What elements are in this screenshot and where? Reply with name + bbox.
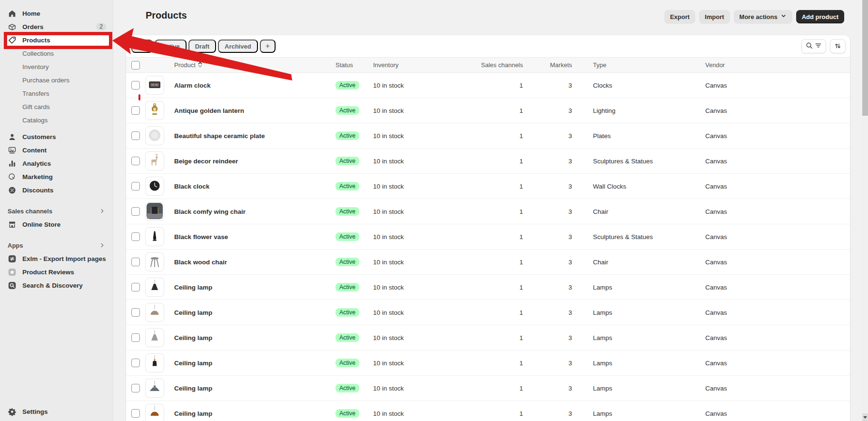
- column-status: Status: [335, 61, 373, 69]
- table-row[interactable]: Ceiling lampActive10 in stock13LampsCanv…: [126, 325, 850, 351]
- tab-active[interactable]: Active: [155, 40, 187, 53]
- sidebar-item-discounts[interactable]: Discounts: [0, 183, 113, 197]
- sort-button[interactable]: [830, 39, 846, 53]
- product-thumbnail[interactable]: [145, 227, 164, 246]
- sidebar-item-exlm-export-import-pages[interactable]: Exlm - Export Import pages: [0, 252, 113, 265]
- product-thumbnail[interactable]: [145, 252, 164, 271]
- row-checkbox[interactable]: [131, 333, 140, 342]
- sidebar-item-orders[interactable]: Orders2: [0, 20, 113, 33]
- sidebar-item-marketing[interactable]: Marketing: [0, 170, 113, 183]
- table-row[interactable]: Ceiling lampActive10 in stock13LampsCanv…: [126, 351, 850, 376]
- product-name-link[interactable]: Alarm clock: [174, 82, 335, 89]
- product-thumbnail[interactable]: [145, 278, 164, 297]
- product-thumbnail[interactable]: [145, 151, 164, 170]
- table-row[interactable]: Alarm clockActive10 in stock13ClocksCanv…: [126, 73, 850, 98]
- product-name-link[interactable]: Black clock: [174, 183, 335, 190]
- product-name-link[interactable]: Ceiling lamp: [174, 410, 335, 417]
- product-name-link[interactable]: Ceiling lamp: [174, 360, 335, 367]
- product-name-link[interactable]: Beautiful shape ceramic plate: [174, 132, 335, 140]
- column-product[interactable]: Product: [174, 61, 335, 70]
- product-thumbnail[interactable]: [145, 126, 164, 145]
- product-name-link[interactable]: Ceiling lamp: [174, 334, 335, 341]
- sidebar-subitem-inventory[interactable]: Inventory: [0, 60, 113, 73]
- sidebar-item-online-store[interactable]: Online Store: [0, 218, 113, 231]
- sidebar-subitem-purchase-orders[interactable]: Purchase orders: [0, 73, 113, 87]
- product-name-link[interactable]: Black flower vase: [174, 233, 335, 241]
- table-row[interactable]: Black flower vaseActive10 in stock13Scul…: [126, 224, 850, 250]
- select-all-checkbox[interactable]: [131, 61, 140, 70]
- add-view-button[interactable]: +: [260, 40, 276, 53]
- row-checkbox[interactable]: [131, 409, 140, 418]
- product-name-link[interactable]: Beige decor reindeer: [174, 158, 335, 165]
- status-cell: Active: [335, 131, 373, 140]
- product-thumbnail[interactable]: [145, 404, 164, 421]
- add-product-button[interactable]: Add product: [796, 10, 844, 23]
- product-name-link[interactable]: Black comfy wing chair: [174, 208, 335, 215]
- row-checkbox[interactable]: [131, 106, 140, 115]
- scrollbar-down-button[interactable]: [862, 413, 868, 421]
- scrollbar-thumb[interactable]: [862, 0, 868, 116]
- sidebar-item-products[interactable]: Products: [4, 34, 109, 46]
- product-thumbnail[interactable]: [145, 379, 164, 398]
- product-name-link[interactable]: Antique golden lantern: [174, 107, 335, 114]
- product-thumbnail[interactable]: [145, 353, 164, 372]
- table-row[interactable]: Ceiling lampActive10 in stock13LampsCanv…: [126, 401, 850, 421]
- sidebar-item-analytics[interactable]: Analytics: [0, 157, 113, 170]
- row-checkbox[interactable]: [131, 258, 140, 266]
- row-checkbox[interactable]: [131, 308, 140, 317]
- sidebar-subitem-catalogs[interactable]: Catalogs: [0, 113, 113, 127]
- row-checkbox[interactable]: [131, 131, 140, 140]
- product-name-link[interactable]: Black wood chair: [174, 259, 335, 266]
- sidebar-subitem-transfers[interactable]: Transfers: [0, 87, 113, 100]
- sidebar-item-settings[interactable]: Settings: [0, 405, 113, 418]
- tab-archived[interactable]: Archived: [218, 40, 258, 53]
- table-row[interactable]: Beige decor reindeerActive10 in stock13S…: [126, 149, 850, 174]
- tab-draft[interactable]: Draft: [188, 40, 216, 53]
- import-button[interactable]: Import: [699, 10, 730, 23]
- column-markets: Markets: [550, 61, 573, 69]
- product-name-link[interactable]: Ceiling lamp: [174, 385, 335, 392]
- sidebar-item-search-discovery[interactable]: Search & Discovery: [0, 279, 113, 292]
- row-checkbox[interactable]: [131, 384, 140, 392]
- row-checkbox[interactable]: [131, 359, 140, 367]
- tab-bar: AllActiveDraftArchived+: [126, 35, 850, 57]
- sidebar-section-apps[interactable]: Apps: [0, 239, 113, 252]
- row-checkbox[interactable]: [131, 232, 140, 241]
- table-row[interactable]: Black comfy wing chairActive10 in stock1…: [126, 199, 850, 224]
- row-checkbox[interactable]: [131, 182, 140, 190]
- table-row[interactable]: Antique golden lanternActive10 in stock1…: [126, 98, 850, 123]
- inventory-cell: 10 in stock: [373, 410, 431, 417]
- tab-all[interactable]: All: [131, 40, 153, 53]
- sidebar-section-sales-channels[interactable]: Sales channels: [0, 204, 113, 218]
- sidebar-item-customers[interactable]: Customers: [0, 130, 113, 143]
- product-thumbnail[interactable]: [145, 303, 164, 322]
- table-row[interactable]: Black clockActive10 in stock13Wall Clock…: [126, 174, 850, 199]
- product-thumbnail[interactable]: [145, 76, 164, 95]
- row-checkbox[interactable]: [131, 157, 140, 165]
- sidebar-item-product-reviews[interactable]: Product Reviews: [0, 265, 113, 279]
- product-thumbnail[interactable]: [145, 101, 164, 120]
- product-name-link[interactable]: Ceiling lamp: [174, 309, 335, 316]
- table-row[interactable]: Beautiful shape ceramic plateActive10 in…: [126, 123, 850, 149]
- export-button[interactable]: Export: [664, 10, 695, 23]
- sidebar-item-content[interactable]: Content: [0, 143, 113, 157]
- sidebar-subitem-collections[interactable]: Collections: [0, 47, 113, 60]
- table-row[interactable]: Black wood chairActive10 in stock13Chair…: [126, 250, 850, 275]
- lamp-cone-thumb-icon: [146, 329, 163, 347]
- table-row[interactable]: Ceiling lampActive10 in stock13LampsCanv…: [126, 275, 850, 300]
- product-name-link[interactable]: Ceiling lamp: [174, 284, 335, 291]
- product-thumbnail[interactable]: [145, 202, 164, 221]
- table-row[interactable]: Ceiling lampActive10 in stock13LampsCanv…: [126, 300, 850, 325]
- row-checkbox[interactable]: [131, 81, 140, 90]
- product-thumbnail[interactable]: [145, 328, 164, 347]
- sidebar-item-home[interactable]: Home: [0, 7, 113, 20]
- row-checkbox[interactable]: [131, 283, 140, 291]
- vertical-scrollbar[interactable]: [862, 0, 868, 421]
- product-thumbnail[interactable]: [145, 177, 164, 196]
- status-badge: Active: [335, 157, 359, 165]
- sidebar-subitem-gift-cards[interactable]: Gift cards: [0, 100, 113, 113]
- search-filter-button[interactable]: [801, 39, 826, 53]
- table-row[interactable]: Ceiling lampActive10 in stock13LampsCanv…: [126, 376, 850, 401]
- more-actions-button[interactable]: More actions: [734, 10, 792, 23]
- row-checkbox[interactable]: [131, 207, 140, 216]
